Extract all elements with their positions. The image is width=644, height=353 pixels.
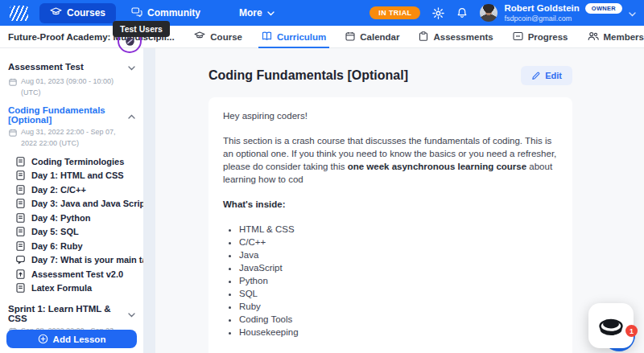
tab-progress[interactable]: Progress	[513, 26, 568, 47]
section-sprint-1[interactable]: Sprint 1: Learn HTML & CSS	[6, 302, 137, 325]
test-users-tooltip: Test Users	[113, 21, 170, 37]
lesson-label: Latex Formula	[31, 283, 92, 293]
lesson-item[interactable]: Latex Formula	[6, 281, 137, 296]
tab-calendar[interactable]: Calendar	[345, 26, 399, 47]
tab-course-label: Course	[210, 32, 242, 42]
section-title: Coding Fundamentals [Optional]	[8, 105, 128, 125]
user-email: fsdpcoin@gmail.com	[504, 14, 622, 23]
user-name: Robert Goldstein	[504, 3, 579, 14]
plus-circle-icon	[38, 334, 48, 344]
graduation-cap-icon	[50, 7, 62, 19]
course-tabs: Course Curriculum Calendar Assessments P…	[194, 26, 644, 47]
app-logo-icon[interactable]	[10, 6, 28, 21]
nav-courses[interactable]: Courses	[39, 3, 116, 23]
lesson-item[interactable]: Day 4: Python	[6, 211, 137, 225]
section-date: Aug 31, 2022 22:00 - Sep 07, 2022 22:00 …	[6, 126, 137, 154]
document-icon	[16, 170, 25, 180]
tab-members[interactable]: Members	[588, 26, 644, 47]
chevron-down-icon	[629, 6, 636, 20]
course-navigation-bar: Future-Proof Academy: Multidiscipli... C…	[0, 26, 644, 48]
tab-members-label: Members	[604, 32, 644, 42]
intro-text: This section is a crash course that disc…	[223, 134, 558, 186]
lesson-item[interactable]: Day 2: C/C++	[6, 183, 137, 197]
chevron-down-icon[interactable]	[128, 306, 135, 321]
whats-inside-heading: What's inside:	[223, 198, 558, 211]
add-lesson-button[interactable]: Add Lesson	[6, 330, 137, 348]
add-lesson-label: Add Lesson	[53, 335, 106, 344]
user-menu[interactable]: Robert Goldstein OWNER fsdpcoin@gmail.co…	[480, 3, 636, 23]
topic-item: Coding Tools	[239, 313, 558, 326]
tab-assessments-label: Assessments	[433, 32, 493, 42]
document-icon	[16, 227, 25, 236]
topic-item: Java	[239, 248, 558, 261]
calendar-icon	[345, 31, 355, 43]
lesson-label: Day 5: SQL	[31, 227, 79, 236]
topic-item: C/C++	[239, 236, 558, 248]
lesson-label: Day 4: Python	[31, 213, 90, 223]
topic-item: Python	[239, 274, 558, 287]
edit-label: Edit	[545, 71, 562, 80]
topic-item: Housekeeping	[239, 326, 558, 339]
document-icon	[16, 241, 25, 251]
topic-item: HTML & CSS	[239, 223, 558, 236]
lesson-label: Day 2: C/C++	[31, 185, 86, 195]
document-icon	[16, 283, 25, 293]
chevron-down-icon	[267, 7, 275, 18]
document-icon	[16, 157, 25, 166]
tab-course[interactable]: Course	[194, 26, 242, 47]
section-title: Sprint 1: Learn HTML & CSS	[8, 304, 128, 323]
test-users-icon[interactable]	[125, 36, 135, 47]
section-date: Aug 01, 2023 (09:00 - 10:00) (UTC)	[6, 76, 137, 104]
tab-curriculum-label: Curriculum	[277, 32, 326, 42]
lesson-label: Coding Terminologies	[31, 157, 124, 166]
topic-item: SQL	[239, 287, 558, 300]
progress-icon	[513, 31, 523, 43]
nav-community[interactable]: Community	[121, 3, 211, 23]
document-icon	[16, 213, 25, 223]
lesson-label: Day 7: What is your main takeawa...	[31, 255, 143, 265]
tab-curriculum[interactable]: Curriculum	[262, 26, 326, 47]
section-assessment-test[interactable]: Assessment Test	[6, 58, 137, 76]
lesson-item[interactable]: Day 3: Java and Java Script	[6, 197, 137, 211]
lesson-label: Assessment Test v2.0	[31, 269, 123, 279]
chat-bubbles-icon	[131, 7, 142, 19]
nav-community-label: Community	[147, 7, 200, 18]
section-coding-fundamentals[interactable]: Coding Fundamentals [Optional]	[6, 104, 137, 126]
notifications-bell-icon[interactable]	[456, 7, 468, 19]
tab-assessments[interactable]: Assessments	[419, 26, 493, 47]
settings-gear-icon[interactable]	[432, 7, 444, 19]
lesson-item[interactable]: Day 1: HTML and CSS	[6, 169, 137, 183]
lesson-label: Day 3: Java and Java Script	[31, 199, 143, 208]
page-title: Coding Fundamentals [Optional]	[208, 68, 408, 83]
lesson-content-panel: Coding Fundamentals [Optional] Edit Hey …	[155, 48, 644, 353]
section-date-text: Aug 31, 2022 22:00 - Sep 07, 2022 22:00 …	[21, 127, 126, 149]
tab-progress-label: Progress	[528, 32, 568, 42]
greeting-text: Hey aspiring coders!	[223, 109, 558, 122]
lesson-description-card: Hey aspiring coders! This section is a c…	[208, 97, 572, 353]
lesson-item[interactable]: Assessment Test v2.0	[6, 267, 137, 281]
topic-item: Ruby	[239, 300, 558, 313]
document-icon	[16, 199, 25, 208]
pencil-icon	[531, 72, 540, 80]
section-date-text: Aug 01, 2023 (09:00 - 10:00) (UTC)	[21, 76, 126, 98]
lesson-item[interactable]: Day 5: SQL	[6, 225, 137, 240]
graduation-cap-icon	[194, 31, 205, 42]
chat-unread-badge: 1	[625, 325, 638, 337]
calendar-icon	[9, 78, 17, 86]
owner-role-badge: OWNER	[585, 3, 622, 14]
chevron-down-icon[interactable]	[128, 60, 135, 74]
chat-bubble-icon	[16, 255, 25, 265]
people-icon	[588, 31, 599, 43]
chat-widget: 1	[588, 303, 634, 348]
calendar-icon	[9, 129, 17, 137]
nav-more[interactable]: More	[229, 3, 285, 23]
sidebar-scroll-gutter[interactable]	[143, 48, 155, 353]
lesson-item[interactable]: Day 7: What is your main takeawa...	[6, 253, 137, 268]
lesson-label: Day 1: HTML and CSS	[31, 170, 124, 180]
section-title: Assessment Test	[8, 62, 84, 72]
topic-item: JavaScript	[239, 261, 558, 274]
lesson-item[interactable]: Day 6: Ruby	[6, 239, 137, 253]
edit-button[interactable]: Edit	[521, 66, 572, 85]
chevron-up-icon[interactable]	[128, 108, 135, 122]
lesson-item[interactable]: Coding Terminologies	[6, 154, 137, 169]
